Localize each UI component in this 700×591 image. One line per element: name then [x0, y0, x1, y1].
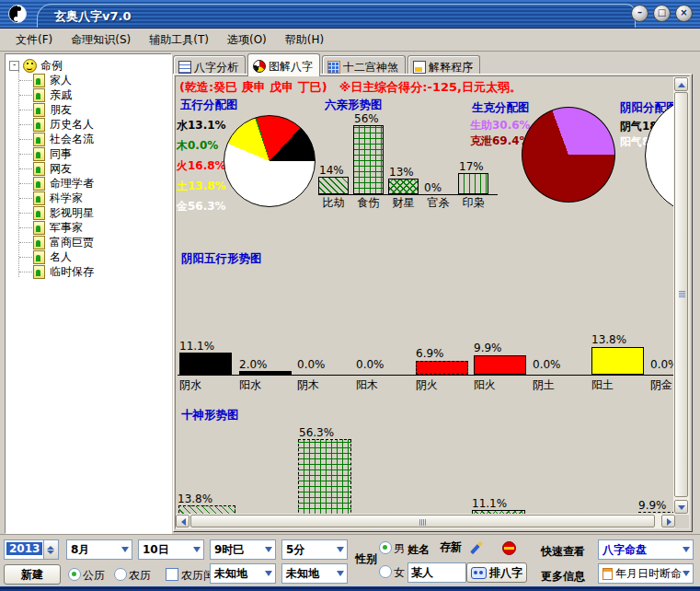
yyws-value: 2.0%	[239, 358, 268, 371]
day-select[interactable]: 10日	[138, 539, 204, 560]
minute-select[interactable]: 5分	[281, 539, 348, 560]
new-button[interactable]: 新建	[4, 564, 61, 585]
case-doc-icon	[33, 162, 45, 176]
title-tab-shape: 玄奥八字v7.0	[37, 4, 636, 28]
chevron-down-icon	[193, 547, 201, 556]
tree-item-stars[interactable]: 影视明星	[9, 205, 171, 220]
bar-bijie	[318, 177, 349, 194]
tree-item-military[interactable]: 军事家	[9, 220, 171, 235]
shengke-legend-shengzhu: 生助30.6%	[470, 118, 531, 133]
menu-tools[interactable]: 辅助工具(T)	[141, 30, 217, 50]
tree-item-historic[interactable]: 历史名人	[9, 117, 171, 132]
yyws-cat: 阴水	[179, 377, 201, 393]
tree-item-netfriends[interactable]: 网友	[9, 161, 171, 176]
edit-pencil-icon[interactable]	[470, 541, 483, 555]
menu-mingli[interactable]: 命理知识(S)	[63, 30, 139, 50]
case-doc-icon	[33, 103, 45, 117]
spin-up-icon[interactable]	[47, 542, 54, 550]
close-button[interactable]: ×	[675, 5, 693, 22]
yyws-cat: 阳火	[474, 377, 496, 393]
yyws-bar-yangshui	[239, 371, 292, 375]
residence-select[interactable]: 未知地	[281, 563, 348, 584]
radio-icon[interactable]	[68, 568, 81, 581]
scroll-right-button[interactable]	[661, 515, 675, 527]
tree-item-friends[interactable]: 朋友	[9, 102, 171, 117]
female-radio[interactable]: 女	[379, 565, 405, 581]
case-doc-icon	[33, 133, 45, 146]
case-doc-icon	[33, 206, 45, 220]
tree-item-scientists[interactable]: 科学家	[9, 191, 171, 205]
shishen-bar-title: 十神形势图	[181, 408, 239, 423]
more-info-select[interactable]: 年月日时断命	[598, 563, 694, 584]
yyws-value: 11.1%	[179, 340, 214, 353]
lunar-radio[interactable]: 农历	[114, 568, 151, 584]
yyws-bar-title: 阴阳五行形势图	[181, 251, 262, 267]
calendar-icon	[602, 568, 613, 580]
analysis-icon	[178, 61, 191, 74]
seal-stop-icon[interactable]	[502, 541, 516, 555]
spin-down-icon[interactable]	[47, 550, 54, 558]
menu-file[interactable]: 文件(F)	[7, 30, 61, 50]
scroll-left-button[interactable]	[176, 515, 189, 527]
vertical-scrollbar[interactable]	[673, 76, 689, 515]
bazi-summary-header: (乾造:癸巳 庚申 戊申 丁巳) ※日主综合得分:-125,日元太弱。	[179, 79, 522, 96]
name-input[interactable]: 某人	[407, 562, 466, 583]
vertical-scroll-thumb[interactable]	[674, 92, 688, 497]
year-spinner[interactable]: 2013	[4, 539, 59, 560]
solar-radio[interactable]: 公历	[68, 568, 105, 584]
tree-root-mingli[interactable]: - 命例	[9, 58, 171, 73]
yyws-cat: 阴木	[297, 377, 319, 393]
quick-view-select[interactable]: 八字命盘	[598, 539, 694, 560]
chevron-down-icon	[265, 547, 272, 556]
radio-icon[interactable]	[114, 568, 127, 581]
wuxing-legend-earth: 土13.8%	[177, 179, 226, 194]
maximize-button[interactable]: □	[653, 5, 671, 22]
titlebar: 玄奥八字v7.0 – □ ×	[0, 0, 700, 29]
spin-buttons[interactable]	[43, 540, 58, 559]
hour-select[interactable]: 9时巳	[210, 539, 276, 560]
horizontal-scroll-thumb[interactable]	[190, 515, 655, 527]
yyws-bar-yinshui	[179, 353, 232, 375]
radio-icon[interactable]	[379, 541, 392, 554]
main-area: - 命例 家人 亲戚 朋友 历史名人 社会名流 同事 网友 命理学者 科学家 影…	[0, 52, 700, 534]
yyws-bar-yangtu	[591, 347, 644, 375]
collapse-icon[interactable]: -	[9, 61, 19, 71]
case-doc-icon	[33, 88, 45, 102]
scroll-up-button[interactable]	[674, 77, 688, 91]
birthplace-select[interactable]: 未知地	[210, 563, 276, 584]
chevron-down-icon	[337, 547, 344, 556]
pie-chart-icon	[253, 60, 266, 73]
month-select[interactable]: 8月	[66, 539, 132, 560]
smiley-icon	[23, 59, 37, 73]
yyws-cat: 阴金	[650, 377, 672, 393]
tree-item-celebs[interactable]: 社会名流	[9, 132, 171, 146]
year-value[interactable]: 2013	[6, 542, 42, 555]
tree-item-relatives[interactable]: 亲戚	[9, 87, 171, 102]
male-radio[interactable]: 男	[379, 541, 405, 557]
tab-chart-bazi[interactable]: 图解八字	[247, 53, 320, 76]
horizontal-scrollbar[interactable]	[176, 514, 675, 528]
menu-options[interactable]: 选项(O)	[219, 30, 275, 50]
menu-help[interactable]: 帮助(H)	[277, 30, 332, 50]
tree-item-tycoons[interactable]: 富商巨贾	[9, 235, 171, 249]
scroll-down-button[interactable]	[674, 500, 688, 514]
tree-item-scholars[interactable]: 命理学者	[9, 176, 171, 191]
checkbox-icon[interactable]	[166, 568, 178, 581]
tree-item-tempsave[interactable]: 临时保存	[9, 264, 171, 279]
tree-item-family[interactable]: 家人	[9, 73, 171, 87]
bar-category: 比劫	[318, 195, 349, 211]
minimize-button[interactable]: –	[631, 5, 648, 22]
case-tree-panel: - 命例 家人 亲戚 朋友 历史名人 社会名流 同事 网友 命理学者 科学家 影…	[5, 53, 172, 534]
bar-value: 17%	[459, 160, 484, 173]
bar-value: 56%	[354, 112, 379, 125]
chevron-down-icon	[121, 547, 129, 556]
radio-icon[interactable]	[379, 565, 392, 578]
bar-shishang	[353, 125, 384, 194]
case-doc-icon	[33, 147, 45, 161]
paipan-button[interactable]: 排八字	[466, 562, 527, 583]
more-info-label: 更多信息	[541, 569, 585, 585]
tree-item-colleagues[interactable]: 同事	[9, 146, 171, 161]
yyws-cat: 阴土	[533, 377, 555, 393]
tree-item-famous[interactable]: 名人	[9, 249, 171, 264]
yyws-cat: 阴火	[416, 377, 438, 393]
